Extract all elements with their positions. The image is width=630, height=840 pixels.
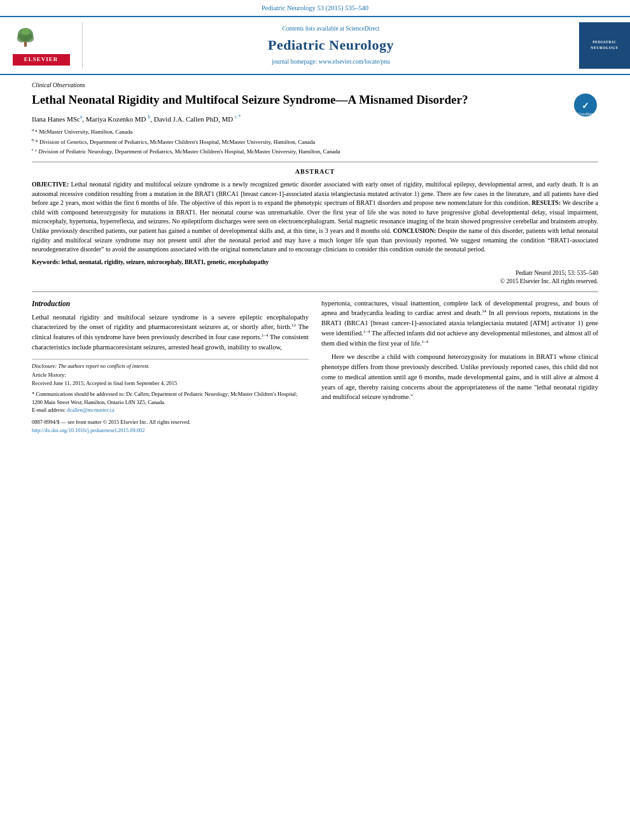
objective-text: Lethal neonatal rigidity and multifocal … [32, 181, 598, 206]
affiliation-c: c ᶜ Division of Pediatric Neurology, Dep… [32, 148, 598, 157]
abstract-label-text: ABSTRACT [295, 168, 335, 175]
elsevier-name-bar: ELSEVIER [13, 54, 70, 66]
disclosure-text: Disclosure: The authors report no confli… [32, 362, 309, 370]
svg-text:CrossMark: CrossMark [578, 112, 594, 116]
col-right: hypertonia, contractures, visual inatten… [321, 298, 598, 435]
received-text: Received June 11, 2015; Accepted in fina… [32, 379, 309, 388]
crossmark-area[interactable]: ✓ CrossMark [573, 92, 598, 120]
footnote-section: Disclosure: The authors report no confli… [32, 359, 309, 435]
article-title: Lethal Neonatal Rigidity and Multifocal … [32, 92, 598, 108]
issn-footer: 0887-8994/$ — see front matter © 2015 El… [32, 418, 309, 435]
email-line: E-mail address: dcallen@mcmaster.ca [32, 406, 309, 414]
sciencedirect-label: Contents lists available at ScienceDirec… [282, 25, 379, 32]
journal-ref-text: Pediatric Neurology 53 (2015) 535–540 [262, 4, 368, 11]
disclosure-content: Disclosure: The authors report no confli… [32, 363, 150, 369]
citation-text: Pediatr Neurol 2015; 53: 535–540 [32, 269, 598, 277]
affiliation-b-text: ᵇ Division of Genetics, Department of Pe… [36, 139, 315, 145]
issn-text: 0887-8994/$ — see front matter © 2015 El… [32, 418, 309, 426]
pn-badge-area: PEDIATRIC NEUROLOGY [579, 22, 630, 69]
article-title-text: Lethal Neonatal Rigidity and Multifocal … [32, 93, 468, 106]
affiliation-c-text: ᶜ Division of Pediatric Neurology, Depar… [35, 148, 340, 155]
divider-1 [32, 162, 598, 162]
divider-2 [32, 291, 598, 292]
intro-para-1: Lethal neonatal rigidity and multifocal … [32, 312, 309, 353]
affiliation-b: b ᵇ Division of Genetics, Department of … [32, 138, 598, 147]
journal-header: ELSEVIER Contents lists available at Sci… [0, 17, 630, 75]
crossmark-icon: ✓ CrossMark [573, 92, 598, 118]
main-content: Clinical Observations Lethal Neonatal Ri… [0, 75, 630, 441]
email-address[interactable]: dcallen@mcmaster.ca [67, 407, 115, 413]
elsevier-logo-area: ELSEVIER [0, 22, 83, 69]
svg-point-4 [21, 29, 29, 36]
abstract-section: ABSTRACT OBJECTIVE: Lethal neonatal rigi… [32, 167, 598, 286]
journal-reference-top: Pediatric Neurology 53 (2015) 535–540 [0, 0, 630, 17]
elsevier-label: ELSEVIER [24, 55, 59, 64]
journal-title: Pediatric Neurology [89, 36, 573, 55]
article-history-text: Article History: [32, 372, 66, 378]
pn-badge-line1: PEDIATRIC [591, 40, 619, 45]
article-history-label: Article History: [32, 371, 309, 379]
intro-para-2: hypertonia, contractures, visual inatten… [321, 298, 598, 349]
correspondence-text: * Communications should be addressed to:… [32, 390, 309, 407]
correspondence-content: * Communications should be addressed to:… [32, 391, 297, 405]
authors-line: Ilana Hanes MSca, Mariya Kozenko MD b, D… [32, 115, 598, 124]
journal-header-center: Contents lists available at ScienceDirec… [83, 22, 579, 69]
doi-link[interactable]: http://dx.doi.org/10.1016/j.pediatrneurl… [32, 426, 309, 435]
keywords-line: Keywords: lethal, neonatal, rigidity, se… [32, 258, 598, 267]
sciencedirect-text: Contents lists available at ScienceDirec… [89, 25, 573, 33]
email-label: E-mail address: [32, 407, 66, 413]
pn-badge-line2: NEUROLOGY [591, 46, 619, 51]
intro-heading: Introduction [32, 298, 309, 309]
pn-badge: PEDIATRIC NEUROLOGY [591, 40, 619, 52]
received-content: Received June 11, 2015; Accepted in fina… [32, 380, 177, 386]
keywords-label: Keywords: [32, 259, 60, 265]
author1: Ilana Hanes MSca [32, 115, 82, 123]
col-left: Introduction Lethal neonatal rigidity an… [32, 298, 309, 435]
svg-text:✓: ✓ [582, 101, 589, 111]
conclusion-label: CONCLUSION: [393, 228, 437, 234]
journal-homepage: journal homepage: www.elsevier.com/locat… [89, 58, 573, 66]
copyright-text: © 2015 Elsevier Inc. All rights reserved… [32, 277, 598, 286]
homepage-text: journal homepage: www.elsevier.com/locat… [272, 59, 390, 65]
objective-label: OBJECTIVE: [32, 181, 69, 188]
section-label: Clinical Observations [32, 81, 598, 90]
results-label: RESULTS: [531, 200, 561, 206]
affiliation-a: a ᵃ McMaster University, Hamilton, Canad… [32, 128, 598, 137]
section-text: Clinical Observations [32, 82, 85, 88]
citation-info: Pediatr Neurol 2015; 53: 535–540 © 2015 … [32, 269, 598, 286]
intro-heading-text: Introduction [32, 300, 70, 307]
intro-right-text: hypertonia, contractures, visual inatten… [321, 298, 598, 403]
intro-para-3: Here we describe a child with compound h… [321, 352, 598, 402]
two-column-section: Introduction Lethal neonatal rigidity an… [32, 298, 598, 435]
abstract-text: OBJECTIVE: Lethal neonatal rigidity and … [32, 180, 598, 255]
author3: David J.A. Callen PhD, MD c * [154, 115, 241, 123]
keywords-label-text: Keywords: [32, 259, 60, 265]
intro-left-text: Lethal neonatal rigidity and multifocal … [32, 312, 309, 353]
affiliation-a-text: ᵃ McMaster University, Hamilton, Canada [35, 129, 132, 135]
elsevier-logo: ELSEVIER [13, 25, 70, 65]
article-title-area: Lethal Neonatal Rigidity and Multifocal … [32, 92, 598, 108]
keywords-text: lethal, neonatal, rigidity, seizure, mic… [62, 259, 269, 265]
author2: Mariya Kozenko MD b [86, 115, 150, 123]
svg-rect-3 [24, 42, 27, 47]
journal-name-text: Pediatric Neurology [268, 37, 394, 53]
svg-point-2 [24, 34, 34, 43]
elsevier-tree-icon [13, 25, 38, 51]
abstract-label: ABSTRACT [32, 167, 598, 176]
